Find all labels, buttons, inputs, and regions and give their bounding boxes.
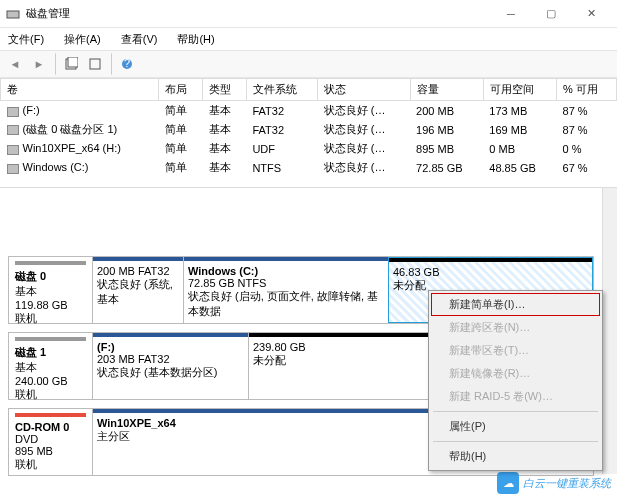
volume-icon <box>7 145 19 155</box>
separator <box>433 411 598 412</box>
col-status[interactable]: 状态 <box>318 79 410 101</box>
partition[interactable]: (F:)203 MB FAT32状态良好 (基本数据分区) <box>93 333 248 399</box>
menu-view[interactable]: 查看(V) <box>117 30 162 49</box>
col-pctfree[interactable]: % 可用 <box>557 79 617 101</box>
table-row[interactable]: Win10XPE_x64 (H:)简单基本UDF状态良好 (…895 MB0 M… <box>1 139 617 158</box>
partition[interactable]: 200 MB FAT32状态良好 (系统, 基本 <box>93 257 183 323</box>
volume-table[interactable]: 卷 布局 类型 文件系统 状态 容量 可用空间 % 可用 (F:)简单基本FAT… <box>0 78 617 177</box>
volume-icon <box>7 107 19 117</box>
menu-help[interactable]: 帮助(H) <box>173 30 218 49</box>
maximize-button[interactable]: ▢ <box>531 0 571 28</box>
menu-action[interactable]: 操作(A) <box>60 30 105 49</box>
window-title: 磁盘管理 <box>26 6 491 21</box>
menu-file[interactable]: 文件(F) <box>4 30 48 49</box>
watermark: ☁ 白云一键重装系统 <box>497 472 611 494</box>
svg-rect-2 <box>68 57 78 67</box>
help-button[interactable]: ? <box>116 53 138 75</box>
disk-info[interactable]: CD-ROM 0DVD895 MB联机 <box>9 409 93 475</box>
col-vol[interactable]: 卷 <box>1 79 159 101</box>
options-button[interactable] <box>84 53 106 75</box>
titlebar: 磁盘管理 ─ ▢ ✕ <box>0 0 617 28</box>
svg-rect-0 <box>7 11 19 18</box>
table-row[interactable]: (F:)简单基本FAT32状态良好 (…200 MB173 MB87 % <box>1 101 617 121</box>
menu-new-striped-volume: 新建带区卷(T)… <box>431 339 600 362</box>
spacer <box>0 188 602 250</box>
separator <box>54 53 56 75</box>
volume-icon <box>7 125 19 135</box>
table-row[interactable]: Windows (C:)简单基本NTFS状态良好 (…72.85 GB48.85… <box>1 158 617 177</box>
separator <box>110 53 112 75</box>
svg-text:?: ? <box>124 57 130 69</box>
volume-table-wrap: 卷 布局 类型 文件系统 状态 容量 可用空间 % 可用 (F:)简单基本FAT… <box>0 78 617 188</box>
back-button[interactable]: ◄ <box>4 53 26 75</box>
table-row[interactable]: (磁盘 0 磁盘分区 1)简单基本FAT32状态良好 (…196 MB169 M… <box>1 120 617 139</box>
app-icon <box>6 7 20 21</box>
partition[interactable]: Windows (C:)72.85 GB NTFS状态良好 (启动, 页面文件,… <box>183 257 388 323</box>
forward-button[interactable]: ► <box>28 53 50 75</box>
context-menu: 新建简单卷(I)… 新建跨区卷(N)… 新建带区卷(T)… 新建镜像卷(R)… … <box>428 290 603 471</box>
svg-rect-3 <box>90 59 100 69</box>
menu-new-mirrored-volume: 新建镜像卷(R)… <box>431 362 600 385</box>
volume-icon <box>7 164 19 174</box>
watermark-text: 白云一键重装系统 <box>523 476 611 491</box>
col-fs[interactable]: 文件系统 <box>246 79 317 101</box>
menu-new-simple-volume[interactable]: 新建简单卷(I)… <box>431 293 600 316</box>
col-free[interactable]: 可用空间 <box>483 79 556 101</box>
disk-info[interactable]: 磁盘 0基本119.88 GB联机 <box>9 257 93 323</box>
menu-help[interactable]: 帮助(H) <box>431 445 600 468</box>
menu-new-raid5-volume: 新建 RAID-5 卷(W)… <box>431 385 600 408</box>
menu-new-spanned-volume: 新建跨区卷(N)… <box>431 316 600 339</box>
bird-icon: ☁ <box>497 472 519 494</box>
disk-info[interactable]: 磁盘 1基本240.00 GB联机 <box>9 333 93 399</box>
menu-properties[interactable]: 属性(P) <box>431 415 600 438</box>
col-layout[interactable]: 布局 <box>159 79 203 101</box>
col-type[interactable]: 类型 <box>203 79 247 101</box>
col-capacity[interactable]: 容量 <box>410 79 483 101</box>
minimize-button[interactable]: ─ <box>491 0 531 28</box>
close-button[interactable]: ✕ <box>571 0 611 28</box>
menubar: 文件(F) 操作(A) 查看(V) 帮助(H) <box>0 28 617 50</box>
scrollbar[interactable] <box>602 188 617 474</box>
separator <box>433 441 598 442</box>
refresh-button[interactable] <box>60 53 82 75</box>
toolbar: ◄ ► ? <box>0 50 617 78</box>
